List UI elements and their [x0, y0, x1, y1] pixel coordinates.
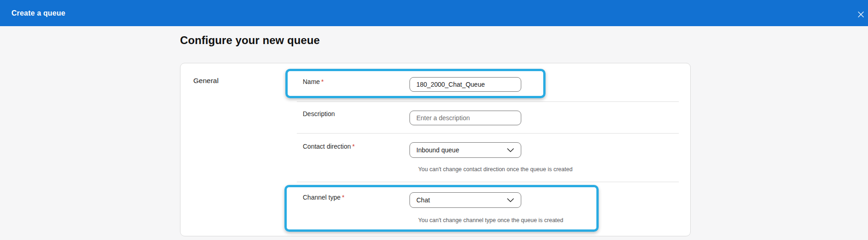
section-label-general: General	[193, 77, 218, 85]
required-asterisk: *	[352, 143, 355, 150]
chevron-down-icon	[507, 148, 514, 152]
channel-type-helper-text: You can't change channel type once the q…	[418, 217, 563, 223]
name-input[interactable]	[409, 77, 521, 92]
page-title: Configure your new queue	[180, 34, 320, 47]
general-settings-card: General Name* Description Contact direct…	[180, 63, 691, 236]
channel-type-select[interactable]: Chat	[409, 192, 521, 208]
contact-direction-label: Contact direction*	[303, 143, 355, 150]
dialog-title: Create a queue	[11, 0, 66, 26]
channel-type-value: Chat	[416, 196, 430, 204]
row-divider	[297, 182, 679, 182]
contact-direction-helper-text: You can't change contact direction once …	[418, 166, 573, 173]
chevron-down-icon	[507, 198, 514, 202]
close-icon	[858, 11, 864, 17]
dialog-header: Create a queue	[0, 0, 868, 26]
close-button[interactable]	[855, 8, 867, 20]
required-asterisk: *	[321, 78, 323, 85]
row-divider	[297, 101, 679, 102]
row-divider	[297, 133, 679, 134]
name-label: Name*	[303, 78, 324, 85]
description-input[interactable]	[409, 111, 521, 125]
required-asterisk: *	[342, 194, 344, 201]
description-label: Description	[303, 110, 335, 117]
contact-direction-select[interactable]: Inbound queue	[409, 142, 521, 158]
contact-direction-value: Inbound queue	[416, 146, 459, 154]
channel-type-label: Channel type*	[303, 194, 344, 201]
